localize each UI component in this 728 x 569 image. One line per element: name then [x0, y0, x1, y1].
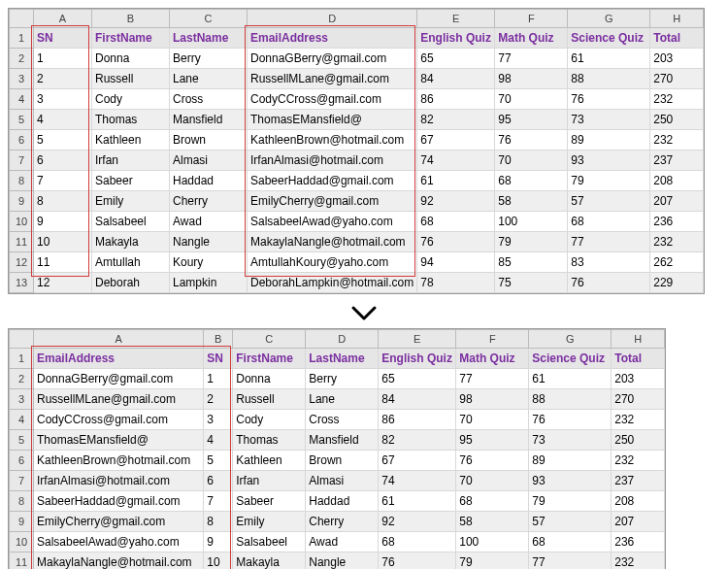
row-header[interactable]: 10 — [10, 212, 34, 232]
header-cell[interactable]: SN — [34, 28, 92, 49]
cell[interactable]: Kathleen — [233, 451, 306, 471]
cell[interactable]: Nangle — [306, 552, 379, 570]
row-header[interactable]: 7 — [10, 151, 34, 171]
cell[interactable]: 9 — [34, 212, 92, 232]
cell[interactable]: AmtullahKoury@yaho.com — [248, 252, 417, 273]
column-header-G[interactable]: G — [529, 330, 612, 349]
cell[interactable]: 92 — [379, 512, 456, 532]
cell[interactable]: 79 — [495, 232, 568, 252]
cell[interactable]: 65 — [417, 49, 495, 69]
cell[interactable]: 250 — [612, 430, 665, 451]
cell[interactable]: 89 — [568, 130, 650, 151]
cell[interactable]: DonnaGBerry@gmail.com — [248, 49, 417, 69]
cell[interactable]: 98 — [456, 389, 529, 410]
column-header-F[interactable]: F — [456, 330, 529, 349]
cell[interactable]: 70 — [495, 151, 568, 171]
column-header-C[interactable]: C — [233, 330, 306, 349]
cell[interactable]: 236 — [612, 532, 665, 552]
cell[interactable]: 68 — [529, 532, 612, 552]
row-header[interactable]: 8 — [10, 171, 34, 191]
cell[interactable]: 100 — [495, 212, 568, 232]
header-cell[interactable]: LastName — [306, 349, 379, 369]
row-header[interactable]: 4 — [10, 89, 34, 110]
cell[interactable]: 68 — [379, 532, 456, 552]
cell[interactable]: Cross — [306, 410, 379, 430]
cell[interactable]: 78 — [417, 273, 495, 293]
cell[interactable]: ThomasEMansfield@ — [34, 430, 204, 451]
cell[interactable]: 68 — [417, 212, 495, 232]
cell[interactable]: Haddad — [170, 171, 248, 191]
cell[interactable]: SabeerHaddad@gmail.com — [34, 491, 204, 512]
cell[interactable]: 232 — [612, 410, 665, 430]
cell[interactable]: 57 — [529, 512, 612, 532]
row-header[interactable]: 9 — [10, 512, 34, 532]
row-header[interactable]: 3 — [10, 69, 34, 89]
cell[interactable]: 65 — [379, 369, 456, 389]
column-header-C[interactable]: C — [170, 10, 248, 28]
cell[interactable]: 58 — [495, 191, 568, 212]
cell[interactable]: Deborah — [92, 273, 170, 293]
column-header-B[interactable]: B — [204, 330, 233, 349]
cell[interactable]: 236 — [650, 212, 704, 232]
cell[interactable]: 6 — [34, 151, 92, 171]
cell[interactable]: 232 — [650, 130, 704, 151]
row-header[interactable]: 11 — [10, 232, 34, 252]
cell[interactable]: 93 — [529, 471, 612, 491]
cell[interactable]: 203 — [612, 369, 665, 389]
cell[interactable]: 86 — [379, 410, 456, 430]
cell[interactable]: 68 — [495, 171, 568, 191]
cell[interactable]: Emily — [92, 191, 170, 212]
cell[interactable]: 262 — [650, 252, 704, 273]
cell[interactable]: 5 — [34, 130, 92, 151]
cell[interactable]: 6 — [204, 471, 233, 491]
select-all-corner[interactable] — [10, 330, 34, 349]
cell[interactable]: Amtullah — [92, 252, 170, 273]
cell[interactable]: 70 — [456, 410, 529, 430]
cell[interactable]: 88 — [568, 69, 650, 89]
cell[interactable]: MakaylaNangle@hotmail.com — [34, 552, 204, 570]
cell[interactable]: 10 — [34, 232, 92, 252]
cell[interactable]: 74 — [417, 151, 495, 171]
header-cell[interactable]: Math Quiz — [456, 349, 529, 369]
column-header-A[interactable]: A — [34, 10, 92, 28]
cell[interactable]: 76 — [568, 273, 650, 293]
header-cell[interactable]: EmailAddress — [34, 349, 204, 369]
cell[interactable]: Irfan — [92, 151, 170, 171]
cell[interactable]: 77 — [495, 49, 568, 69]
cell[interactable]: 100 — [456, 532, 529, 552]
cell[interactable]: 3 — [34, 89, 92, 110]
cell[interactable]: 237 — [612, 471, 665, 491]
cell[interactable]: 61 — [417, 171, 495, 191]
cell[interactable]: 76 — [417, 232, 495, 252]
header-cell[interactable]: FirstName — [92, 28, 170, 49]
column-header-E[interactable]: E — [379, 330, 456, 349]
cell[interactable]: 76 — [568, 89, 650, 110]
cell[interactable]: 73 — [529, 430, 612, 451]
cell[interactable]: Almasi — [306, 471, 379, 491]
row-header[interactable]: 9 — [10, 191, 34, 212]
cell[interactable]: 76 — [456, 451, 529, 471]
cell[interactable]: Irfan — [233, 471, 306, 491]
column-header-E[interactable]: E — [417, 10, 495, 28]
cell[interactable]: 2 — [204, 389, 233, 410]
cell[interactable]: Mansfield — [306, 430, 379, 451]
cell[interactable]: 77 — [456, 369, 529, 389]
cell[interactable]: Cherry — [306, 512, 379, 532]
header-cell[interactable]: FirstName — [233, 349, 306, 369]
cell[interactable]: Cody — [92, 89, 170, 110]
cell[interactable]: Lane — [306, 389, 379, 410]
cell[interactable]: 232 — [612, 552, 665, 570]
cell[interactable]: 207 — [650, 191, 704, 212]
cell[interactable]: Thomas — [233, 430, 306, 451]
cell[interactable]: 1 — [204, 369, 233, 389]
cell[interactable]: 92 — [417, 191, 495, 212]
row-header[interactable]: 2 — [10, 369, 34, 389]
cell[interactable]: 95 — [456, 430, 529, 451]
cell[interactable]: 75 — [495, 273, 568, 293]
cell[interactable]: 208 — [612, 491, 665, 512]
column-header-A[interactable]: A — [34, 330, 204, 349]
column-header-H[interactable]: H — [650, 10, 704, 28]
cell[interactable]: 88 — [529, 389, 612, 410]
header-cell[interactable]: SN — [204, 349, 233, 369]
cell[interactable]: 232 — [650, 89, 704, 110]
